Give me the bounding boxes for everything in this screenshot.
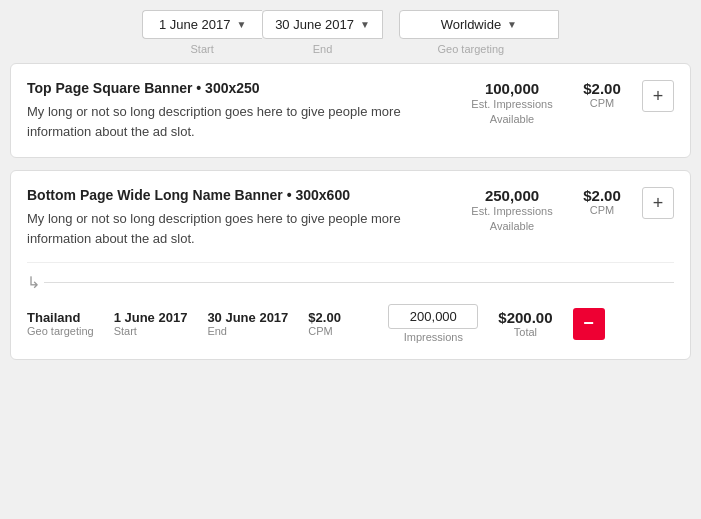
end-date-value: 30 June 2017 xyxy=(275,17,354,32)
card1-cpm: $2.00 CPM xyxy=(572,80,632,109)
card1-description: My long or not so long description goes … xyxy=(27,102,452,141)
end-date-dropdown[interactable]: 30 June 2017 ▼ xyxy=(262,10,383,39)
targeting-geo-label: Geo targeting xyxy=(27,325,94,337)
card1-add-button[interactable]: + xyxy=(642,80,674,112)
card1-impressions-label: Est. ImpressionsAvailable xyxy=(462,97,562,128)
card2-cpm-label: CPM xyxy=(572,204,632,216)
card-bottom-page-wide: Bottom Page Wide Long Name Banner • 300x… xyxy=(10,170,691,360)
targeting-cpm-value: $2.00 xyxy=(308,310,368,325)
end-date-arrow-icon: ▼ xyxy=(360,19,370,30)
card-top-page-square: Top Page Square Banner • 300x250 My long… xyxy=(10,63,691,158)
card2-impressions: 250,000 Est. ImpressionsAvailable xyxy=(462,187,562,235)
start-date-dropdown[interactable]: 1 June 2017 ▼ xyxy=(142,10,262,39)
targeting-start-label: Start xyxy=(114,325,188,337)
geo-targeting-arrow-icon: ▼ xyxy=(507,19,517,30)
card2-impressions-label: Est. ImpressionsAvailable xyxy=(462,204,562,235)
targeting-end-value: 30 June 2017 xyxy=(207,310,288,325)
geo-targeting-value: Worldwide xyxy=(441,17,501,32)
geo-targeting-dropdown[interactable]: Worldwide ▼ xyxy=(399,10,559,39)
top-bar: 1 June 2017 ▼ Start 30 June 2017 ▼ End W… xyxy=(10,10,691,55)
card2-targeting-footer: ↳ Thailand Geo targeting 1 June 2017 Sta… xyxy=(27,262,674,343)
targeting-impressions-input[interactable] xyxy=(388,304,478,329)
card2-cpm: $2.00 CPM xyxy=(572,187,632,216)
targeting-total-value: $200.00 xyxy=(498,309,552,326)
targeting-total-cell: $200.00 Total xyxy=(498,309,552,338)
targeting-cpm-cell: $2.00 CPM xyxy=(308,310,368,337)
card2-description: My long or not so long description goes … xyxy=(27,209,452,248)
targeting-start-cell: 1 June 2017 Start xyxy=(114,310,188,337)
targeting-remove-button[interactable]: − xyxy=(573,308,605,340)
card2-body: Bottom Page Wide Long Name Banner • 300x… xyxy=(27,187,674,248)
expand-icon: ↳ xyxy=(27,273,40,292)
card1-title: Top Page Square Banner • 300x250 xyxy=(27,80,452,96)
targeting-geo-cell: Thailand Geo targeting xyxy=(27,310,94,337)
start-date-arrow-icon: ▼ xyxy=(236,19,246,30)
geo-targeting-field: Worldwide ▼ Geo targeting xyxy=(383,10,559,55)
start-date-value: 1 June 2017 xyxy=(159,17,231,32)
remove-icon: − xyxy=(583,313,594,334)
card2-add-button[interactable]: + xyxy=(642,187,674,219)
card1-body: Top Page Square Banner • 300x250 My long… xyxy=(27,80,674,141)
card1-impressions: 100,000 Est. ImpressionsAvailable xyxy=(462,80,562,128)
targeting-impressions-group: Impressions xyxy=(388,304,478,343)
end-date-field: 30 June 2017 ▼ End xyxy=(262,10,383,55)
card1-cpm-label: CPM xyxy=(572,97,632,109)
card2-cpm-value: $2.00 xyxy=(572,187,632,204)
card2-impressions-value: 250,000 xyxy=(462,187,562,204)
card2-left: Bottom Page Wide Long Name Banner • 300x… xyxy=(27,187,452,248)
targeting-row: Thailand Geo targeting 1 June 2017 Start… xyxy=(27,298,674,343)
end-label: End xyxy=(313,43,333,55)
targeting-impressions-label: Impressions xyxy=(404,331,463,343)
targeting-end-cell: 30 June 2017 End xyxy=(207,310,288,337)
targeting-end-label: End xyxy=(207,325,288,337)
targeting-start-value: 1 June 2017 xyxy=(114,310,188,325)
start-date-field: 1 June 2017 ▼ Start xyxy=(142,10,262,55)
card1-cpm-value: $2.00 xyxy=(572,80,632,97)
targeting-total-label: Total xyxy=(514,326,537,338)
start-label: Start xyxy=(191,43,214,55)
card1-impressions-value: 100,000 xyxy=(462,80,562,97)
targeting-geo-value: Thailand xyxy=(27,310,94,325)
card1-left: Top Page Square Banner • 300x250 My long… xyxy=(27,80,452,141)
card2-title: Bottom Page Wide Long Name Banner • 300x… xyxy=(27,187,452,203)
geo-label: Geo targeting xyxy=(438,43,505,55)
targeting-cpm-label: CPM xyxy=(308,325,368,337)
